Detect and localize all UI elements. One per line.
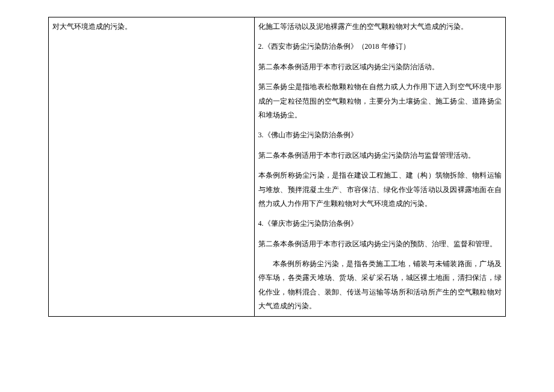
right-paragraph-3: 第二条本条例适用于本市行政区域内扬尘污染防治活动。 [258, 60, 502, 74]
right-paragraph-8: 4.《肇庆市扬尘污染防治条例》 [258, 217, 502, 231]
content-table: 对大气环境造成的污染。 化施工等活动以及泥地裸露产生的空气颗粒物对大气造成的污染… [48, 17, 506, 317]
right-paragraph-6: 第二条本条例适用于本市行政区域内扬尘污染防治与监督管理活动。 [258, 149, 502, 163]
right-paragraph-5: 3.《佛山市扬尘污染防治条例》 [258, 128, 502, 142]
right-cell: 化施工等活动以及泥地裸露产生的空气颗粒物对大气造成的污染。 2.《西安市扬尘污染… [254, 17, 505, 317]
left-cell: 对大气环境造成的污染。 [49, 17, 255, 317]
right-paragraph-4: 第三条扬尘是指地表松散颗粒物在自然力或人力作用下进入到空气环境中形成的一定粒径范… [258, 80, 502, 122]
right-paragraph-7: 本条例所称扬尘污染，是指在建设工程施工、建（构）筑物拆除、物料运输与堆放、预拌混… [258, 169, 502, 211]
right-paragraph-1: 化施工等活动以及泥地裸露产生的空气颗粒物对大气造成的污染。 [258, 20, 502, 34]
table-row: 对大气环境造成的污染。 化施工等活动以及泥地裸露产生的空气颗粒物对大气造成的污染… [49, 17, 506, 317]
document-page: 对大气环境造成的污染。 化施工等活动以及泥地裸露产生的空气颗粒物对大气造成的污染… [0, 0, 554, 347]
right-paragraph-10: 本条例所称扬尘污染，是指各类施工工地，铺装与未铺装路面，广场及停车场，各类露天堆… [258, 257, 502, 314]
right-paragraph-9: 第二条本条例适用于本市行政区域内扬尘污染的预防、治理、监督和管理。 [258, 237, 502, 251]
right-paragraph-2: 2.《西安市扬尘污染防治条例》（2018 年修订） [258, 40, 502, 54]
left-paragraph-1: 对大气环境造成的污染。 [52, 20, 251, 34]
